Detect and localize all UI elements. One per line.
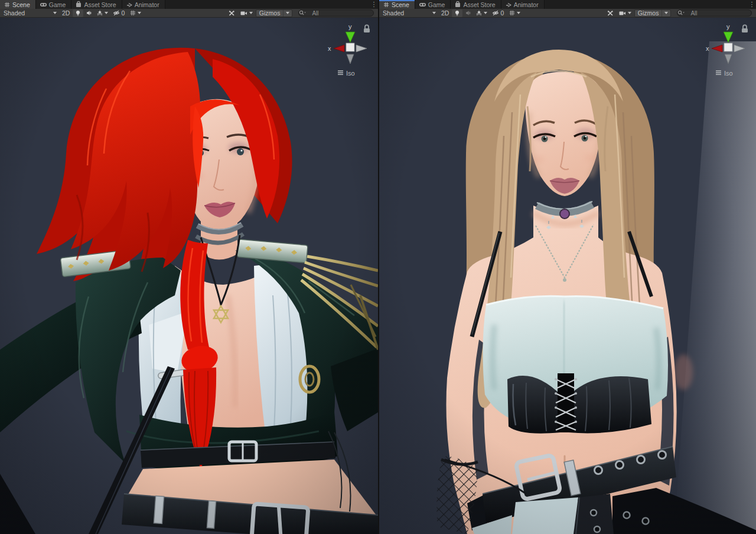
axis-y-label[interactable]: y	[348, 23, 352, 30]
tab-animator[interactable]: Animator	[501, 0, 545, 9]
lock-icon[interactable]	[742, 25, 748, 32]
panel-menu-icon[interactable]: ⋮	[370, 0, 378, 9]
gizmos-caret[interactable]	[662, 10, 670, 17]
axis-y-label[interactable]: y	[726, 23, 730, 30]
editor-tools-button[interactable]	[605, 9, 616, 17]
hidden-objects-toggle[interactable]: 0	[111, 9, 127, 17]
draw-mode-label: Shaded	[4, 9, 25, 17]
scene-render-blonde-character[interactable]	[379, 18, 756, 534]
editor-tools-button[interactable]	[226, 9, 237, 17]
scene-panel-left: Scene Game Asset Store Animator ⋮ Shaded	[0, 0, 378, 534]
camera-icon	[240, 10, 247, 17]
audio-speaker-icon	[465, 10, 471, 16]
tab-label: Game	[428, 1, 445, 8]
search-input[interactable]	[298, 9, 374, 17]
effects-dropdown[interactable]	[474, 9, 490, 17]
tab-label: Asset Store	[84, 1, 116, 8]
eye-off-icon	[493, 10, 498, 16]
chevron-down-icon	[664, 12, 668, 14]
scene-audio-toggle[interactable]	[84, 9, 94, 17]
axis-x-cone[interactable]	[334, 45, 344, 52]
effects-icon	[476, 10, 482, 16]
tab-label: Game	[49, 1, 66, 8]
2d-toggle-button[interactable]: 2D	[60, 9, 72, 17]
asset-store-bag-icon	[455, 1, 461, 8]
hidden-count: 0	[121, 9, 125, 17]
orientation-gizmo[interactable]: y x Iso	[327, 21, 373, 79]
draw-mode-dropdown[interactable]: Shaded	[1, 9, 59, 17]
scene-lighting-toggle[interactable]	[73, 9, 83, 17]
grid-visibility-dropdown[interactable]	[128, 9, 144, 17]
axis-bottom-cone[interactable]	[347, 54, 354, 64]
gizmos-dropdown[interactable]: Gizmos	[256, 9, 293, 17]
tab-game[interactable]: Game	[415, 0, 451, 9]
search-input[interactable]	[677, 9, 752, 17]
scene-toolbar-right: Shaded 2D 0	[379, 9, 756, 18]
tab-animator[interactable]: Animator	[122, 0, 165, 9]
scene-search	[295, 9, 377, 17]
axis-bottom-cone[interactable]	[725, 54, 732, 64]
hidden-count: 0	[500, 9, 504, 17]
scene-toolbar-left: Shaded 2D 0	[0, 9, 378, 18]
game-gamepad-icon	[40, 2, 47, 8]
axis-y-cone[interactable]	[724, 32, 733, 43]
eye-off-icon	[113, 10, 119, 16]
lock-icon[interactable]	[364, 25, 370, 32]
tools-icon	[229, 10, 235, 17]
panel-menu-icon[interactable]: ⋮	[748, 0, 756, 9]
draw-mode-dropdown[interactable]: Shaded	[380, 9, 438, 17]
iso-mode-toggle[interactable]: Iso	[716, 70, 733, 77]
2d-toggle-button[interactable]: 2D	[439, 9, 451, 17]
axis-y-cone[interactable]	[346, 32, 355, 43]
tab-label: Asset Store	[463, 1, 495, 8]
tab-asset-store[interactable]: Asset Store	[451, 0, 501, 9]
scene-viewport-left[interactable]: y x Iso	[0, 18, 378, 534]
scene-grid-icon	[383, 2, 389, 8]
scene-panel-right: Scene Game Asset Store Animator ⋮ Shaded	[378, 0, 756, 534]
scene-viewport-right[interactable]: y x Iso	[379, 18, 756, 534]
light-bulb-icon	[75, 10, 81, 16]
projection-label: Iso	[346, 70, 355, 77]
axis-x-cone[interactable]	[712, 45, 722, 52]
animator-icon	[126, 2, 132, 8]
hidden-objects-toggle[interactable]: 0	[490, 9, 506, 17]
tab-scene[interactable]: Scene	[379, 0, 415, 9]
axis-right-cone[interactable]	[356, 45, 367, 52]
scene-audio-toggle[interactable]	[463, 9, 473, 17]
asset-store-bag-icon	[76, 1, 82, 8]
axis-x-label[interactable]: x	[328, 45, 331, 52]
chevron-down-icon	[105, 12, 108, 14]
chevron-down-icon	[138, 12, 141, 14]
scene-lighting-toggle[interactable]	[452, 9, 462, 17]
tab-label: Animator	[514, 1, 539, 8]
scene-render-redhead-character[interactable]	[0, 18, 378, 534]
gizmos-caret[interactable]	[283, 10, 292, 17]
gizmos-dropdown[interactable]: Gizmos	[634, 9, 672, 17]
camera-settings-dropdown[interactable]	[238, 9, 255, 17]
scene-search	[674, 9, 755, 17]
unity-editor-split-view: Scene Game Asset Store Animator ⋮ Shaded	[0, 0, 756, 534]
tab-label: Scene	[12, 1, 30, 8]
chevron-down-icon	[286, 12, 289, 14]
tab-game[interactable]: Game	[36, 0, 72, 9]
gizmo-cube[interactable]	[724, 43, 732, 51]
search-icon[interactable]	[299, 10, 306, 16]
tab-label: Scene	[392, 1, 409, 8]
grid-visibility-dropdown[interactable]	[507, 9, 523, 17]
chevron-down-icon	[628, 12, 631, 14]
tab-scene[interactable]: Scene	[0, 0, 36, 9]
axis-right-cone[interactable]	[734, 45, 745, 52]
iso-lines-icon	[338, 71, 343, 74]
effects-dropdown[interactable]	[94, 9, 110, 17]
audio-speaker-icon	[86, 10, 92, 16]
tabbar-fill	[545, 0, 748, 9]
axis-x-label[interactable]: x	[706, 45, 709, 52]
animator-icon	[506, 2, 511, 8]
camera-icon	[619, 10, 626, 17]
orientation-gizmo[interactable]: y x Iso	[705, 21, 751, 79]
camera-settings-dropdown[interactable]	[617, 9, 634, 17]
search-icon[interactable]	[677, 10, 685, 16]
gizmo-cube[interactable]	[346, 43, 354, 51]
tab-asset-store[interactable]: Asset Store	[71, 0, 122, 9]
iso-mode-toggle[interactable]: Iso	[338, 70, 355, 77]
